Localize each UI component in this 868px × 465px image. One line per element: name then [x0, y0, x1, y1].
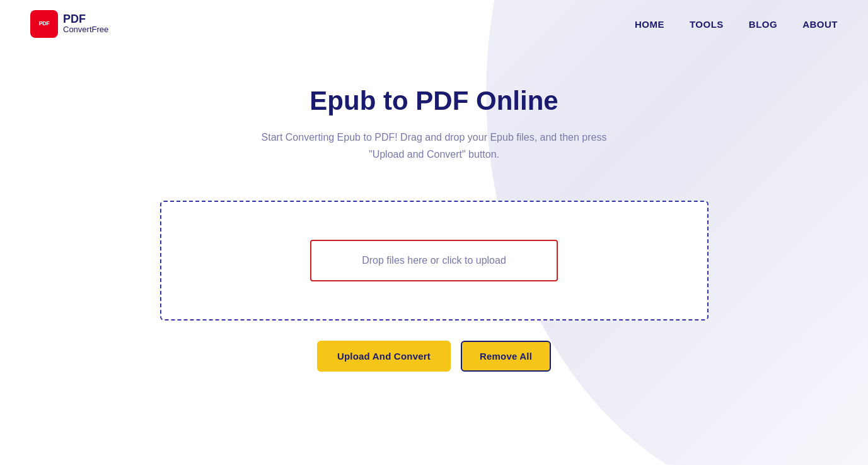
nav-home[interactable]: HOME: [635, 19, 664, 30]
logo-subtext: ConvertFree: [63, 25, 108, 35]
page-title: Epub to PDF Online: [310, 86, 558, 116]
remove-all-button[interactable]: Remove All: [461, 341, 551, 372]
dropzone-area[interactable]: Drop files here or click to upload: [160, 201, 709, 321]
nav-tools[interactable]: TOOLS: [690, 19, 724, 30]
logo-text: PDF ConvertFree: [63, 13, 108, 35]
nav-blog[interactable]: BLOG: [749, 19, 777, 30]
action-buttons: Upload And Convert Remove All: [317, 341, 551, 372]
main-nav: HOME TOOLS BLOG ABOUT: [635, 19, 838, 30]
main-content: Epub to PDF Online Start Converting Epub…: [0, 48, 868, 372]
nav-about[interactable]: ABOUT: [802, 19, 838, 30]
dropzone-label: Drop files here or click to upload: [362, 255, 506, 266]
logo[interactable]: PDF PDF ConvertFree: [30, 10, 108, 38]
page-subtitle: Start Converting Epub to PDF! Drag and d…: [258, 129, 611, 163]
upload-convert-button[interactable]: Upload And Convert: [317, 341, 451, 372]
logo-brand: PDF: [63, 13, 108, 25]
header: PDF PDF ConvertFree HOME TOOLS BLOG ABOU…: [0, 0, 868, 48]
logo-icon: PDF: [30, 10, 58, 38]
upload-inner-box[interactable]: Drop files here or click to upload: [310, 240, 558, 281]
